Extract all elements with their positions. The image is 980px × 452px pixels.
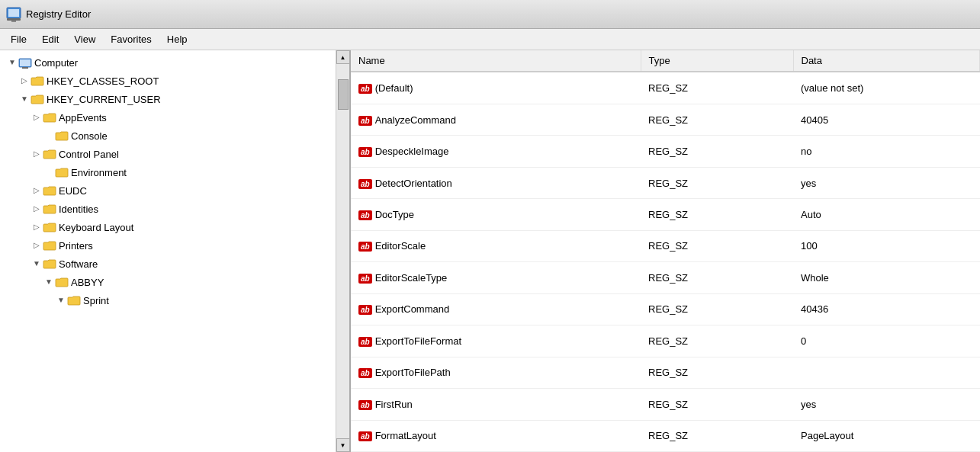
reg-badge: ab bbox=[358, 337, 372, 347]
expand-icon-eudc: ▷ bbox=[31, 184, 43, 197]
table-row[interactable]: abAnalyzeCommandREG_SZ40405 bbox=[351, 104, 980, 135]
menu-favorites[interactable]: Favorites bbox=[103, 30, 159, 48]
table-row[interactable]: abDespeckleImageREG_SZno bbox=[351, 136, 980, 167]
expand-icon-hkcr: ▷ bbox=[18, 75, 31, 87]
scrollbar-thumb[interactable] bbox=[338, 79, 349, 110]
menu-edit[interactable]: Edit bbox=[34, 30, 66, 48]
tree-node-environment[interactable]: ▷ Environment bbox=[0, 163, 336, 181]
cell-name: abDespeckleImage bbox=[351, 136, 641, 167]
menu-file[interactable]: File bbox=[3, 30, 34, 48]
expand-icon-printers: ▷ bbox=[31, 239, 43, 252]
node-label-abbyy: ABBYY bbox=[71, 277, 104, 288]
main-content: ▼ Computer ▷ bbox=[0, 50, 980, 452]
tree-node-console[interactable]: ▷ Console bbox=[0, 127, 336, 145]
table-row[interactable]: ab(Default)REG_SZ(value not set) bbox=[351, 72, 980, 104]
cell-data: 40436 bbox=[793, 293, 980, 325]
tree-node-eudc[interactable]: ▷ EUDC bbox=[0, 181, 336, 200]
table-row[interactable]: abEditorScaleREG_SZ100 bbox=[351, 230, 980, 261]
node-label-console: Console bbox=[71, 130, 108, 142]
node-label-appevents: AppEvents bbox=[59, 112, 107, 123]
tree-node-computer[interactable]: ▼ Computer bbox=[0, 53, 336, 72]
reg-badge: ab bbox=[358, 242, 372, 252]
tree-pane[interactable]: ▼ Computer ▷ bbox=[0, 50, 351, 452]
folder-icon-appevents bbox=[43, 111, 56, 123]
table-row[interactable]: abExportToFileFormatREG_SZ0 bbox=[351, 325, 980, 357]
tree-node-keyboardlayout[interactable]: ▷ Keyboard Layout bbox=[0, 218, 336, 236]
cell-name: abExportToFilePath bbox=[351, 357, 641, 388]
table-row[interactable]: abExportToFilePathREG_SZ bbox=[351, 357, 980, 388]
menu-bar: File Edit View Favorites Help bbox=[0, 29, 980, 50]
cell-data: 100 bbox=[793, 230, 980, 261]
cell-type: REG_SZ bbox=[641, 167, 793, 198]
col-header-type[interactable]: Type bbox=[641, 50, 793, 72]
table-row[interactable]: abExportCommandREG_SZ40436 bbox=[351, 293, 980, 325]
node-label-printers: Printers bbox=[59, 240, 93, 252]
tree-content: ▼ Computer ▷ bbox=[0, 50, 336, 313]
folder-icon-printers bbox=[43, 239, 56, 252]
node-label-hkcu: HKEY_CURRENT_USER bbox=[47, 94, 161, 105]
expand-icon-hkcu: ▼ bbox=[18, 93, 31, 105]
cell-type: REG_SZ bbox=[641, 104, 793, 135]
cell-name: abFirstRun bbox=[351, 389, 641, 420]
table-row[interactable]: abEditorScaleTypeREG_SZWhole bbox=[351, 262, 980, 293]
cell-data bbox=[793, 357, 980, 388]
node-label-controlpanel: Control Panel bbox=[59, 149, 119, 160]
reg-badge: ab bbox=[358, 400, 372, 410]
node-label-computer: Computer bbox=[34, 57, 78, 69]
cell-data: yes bbox=[793, 167, 980, 198]
expand-icon-appevents: ▷ bbox=[31, 111, 43, 123]
table-row[interactable]: abFormatLayoutREG_SZPageLayout bbox=[351, 420, 980, 451]
node-label-software: Software bbox=[59, 258, 98, 270]
cell-name: abDetectOrientation bbox=[351, 167, 641, 198]
node-label-identities: Identities bbox=[59, 204, 98, 215]
folder-icon-keyboardlayout bbox=[43, 221, 56, 233]
scrollbar-arrow-up[interactable]: ▲ bbox=[336, 50, 350, 64]
cell-name: ab(Default) bbox=[351, 72, 641, 104]
right-pane: Name Type Data ab(Default)REG_SZ(value n… bbox=[351, 50, 980, 452]
table-header: Name Type Data bbox=[351, 50, 980, 72]
folder-icon-software bbox=[43, 258, 56, 270]
cell-type: REG_SZ bbox=[641, 325, 793, 357]
registry-rows: ab(Default)REG_SZ(value not set)abAnalyz… bbox=[351, 72, 980, 452]
tree-node-hkcu[interactable]: ▼ HKEY_CURRENT_USER bbox=[0, 90, 336, 108]
menu-view[interactable]: View bbox=[66, 30, 103, 48]
expand-icon-computer: ▼ bbox=[6, 56, 18, 69]
cell-type: REG_SZ bbox=[641, 199, 793, 230]
cell-name: abExportToFileFormat bbox=[351, 325, 641, 357]
cell-name: abFormatLayout bbox=[351, 420, 641, 451]
folder-icon-controlpanel bbox=[43, 148, 56, 160]
col-header-data[interactable]: Data bbox=[793, 50, 980, 72]
tree-node-hkcr[interactable]: ▷ HKEY_CLASSES_ROOT bbox=[0, 72, 336, 90]
table-row[interactable]: abDocTypeREG_SZAuto bbox=[351, 199, 980, 230]
table-row[interactable]: abDetectOrientationREG_SZyes bbox=[351, 167, 980, 198]
cell-type: REG_SZ bbox=[641, 136, 793, 167]
tree-scroll-container: ▼ Computer ▷ bbox=[0, 50, 349, 452]
cell-type: REG_SZ bbox=[641, 72, 793, 104]
folder-icon-sprint bbox=[67, 294, 81, 306]
reg-badge: ab bbox=[358, 116, 372, 126]
col-header-name[interactable]: Name bbox=[351, 50, 641, 72]
tree-node-abbyy[interactable]: ▼ ABBYY bbox=[0, 273, 336, 291]
cell-data: PageLayout bbox=[793, 420, 980, 451]
scrollbar-track[interactable] bbox=[336, 64, 349, 438]
tree-node-sprint[interactable]: ▼ Sprint bbox=[0, 291, 336, 309]
cell-data: Whole bbox=[793, 262, 980, 293]
computer-icon bbox=[18, 56, 32, 69]
tree-node-appevents[interactable]: ▷ AppEvents bbox=[0, 108, 336, 127]
table-row[interactable]: abFirstRunREG_SZyes bbox=[351, 389, 980, 420]
folder-icon-identities bbox=[43, 203, 56, 215]
title-bar: Registry Editor bbox=[0, 0, 980, 29]
tree-node-controlpanel[interactable]: ▷ Control Panel bbox=[0, 145, 336, 163]
tree-scrollbar[interactable]: ▲ ▼ bbox=[336, 50, 349, 452]
cell-data: 0 bbox=[793, 325, 980, 357]
tree-node-software[interactable]: ▼ Software bbox=[0, 255, 336, 273]
node-label-environment: Environment bbox=[71, 167, 127, 178]
menu-help[interactable]: Help bbox=[159, 30, 195, 48]
cell-type: REG_SZ bbox=[641, 389, 793, 420]
cell-data: Auto bbox=[793, 199, 980, 230]
scrollbar-arrow-down[interactable]: ▼ bbox=[336, 438, 350, 452]
node-label-hkcr: HKEY_CLASSES_ROOT bbox=[47, 75, 159, 87]
reg-badge: ab bbox=[358, 368, 372, 378]
tree-node-identities[interactable]: ▷ Identities bbox=[0, 200, 336, 218]
tree-node-printers[interactable]: ▷ Printers bbox=[0, 236, 336, 255]
